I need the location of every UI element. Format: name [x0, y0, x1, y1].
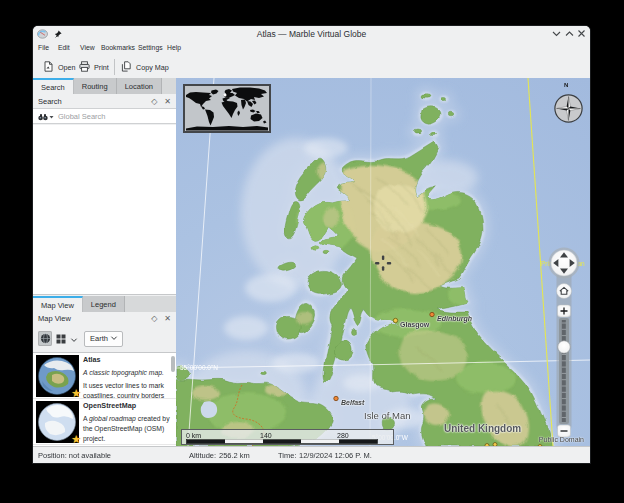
window-body: Search Routing Location Search ◇ ✕ [33, 78, 590, 446]
tab-legend[interactable]: Legend [83, 296, 125, 312]
scale-label-0: 0 km [186, 432, 201, 439]
theme-item-atlas[interactable]: ★ Atlas A classic topographic map. It us… [33, 353, 176, 399]
menu-view[interactable]: View [80, 44, 95, 51]
tab-map-view[interactable]: Map View [33, 296, 83, 312]
zoom-slider-handle[interactable] [558, 341, 571, 354]
view-dropdown-arrow-icon[interactable] [70, 330, 78, 348]
maximize-button[interactable] [565, 29, 574, 38]
screen: Atlas — Marble Virtual Globe File Edit V… [0, 0, 624, 503]
menu-bookmarks[interactable]: Bookmarks [101, 44, 135, 51]
mapview-dock-tabbar: Map View Legend [33, 296, 176, 312]
search-dock-tabbar: Search Routing Location [33, 78, 176, 94]
compass-north-label: N [564, 82, 568, 88]
edinburgh-marker [430, 312, 434, 316]
celestial-body-select[interactable]: Earth [84, 331, 123, 347]
print-button[interactable]: Print [79, 56, 109, 78]
glasgow-label: Glasgow [400, 321, 429, 328]
menu-file[interactable]: File [38, 44, 49, 51]
theme-description: A global roadmap created by the OpenStre… [83, 414, 171, 444]
attribution-label: Public Domain [539, 436, 584, 443]
search-results-list[interactable] [33, 125, 176, 295]
scale-bar: 0 km 140 280 [181, 429, 394, 445]
globe-view-button[interactable] [38, 331, 52, 346]
tabbar-filler [125, 296, 176, 312]
menu-settings[interactable]: Settings [138, 44, 163, 51]
tabbar-filler [162, 78, 176, 94]
minimize-button[interactable] [552, 29, 561, 38]
atlas-thumbnail: ★ [36, 355, 79, 397]
float-panel-icon[interactable]: ◇ [151, 97, 157, 106]
menu-help[interactable]: Help [167, 44, 181, 51]
theme-details-clipped: coastlines, country borders [83, 391, 171, 399]
mapview-panel-title: Map View [38, 314, 71, 323]
belfast-marker [334, 396, 338, 400]
theme-details: It uses vector lines to mark [83, 381, 171, 391]
left-dock: Search Routing Location Search ◇ ✕ [33, 78, 176, 446]
float-panel-icon[interactable]: ◇ [151, 314, 157, 323]
mapview-panel-header: Map View ◇ ✕ [33, 311, 176, 326]
belfast-label: Belfast [341, 399, 364, 406]
grid-icon [56, 330, 66, 348]
window-title: Atlas — Marble Virtual Globe [33, 29, 590, 39]
combo-arrow-icon [110, 334, 118, 344]
menu-edit[interactable]: Edit [58, 44, 70, 51]
search-options-arrow-icon[interactable] [48, 107, 55, 125]
toolbar-separator [114, 59, 115, 75]
open-icon [43, 61, 54, 74]
search-placeholder: Global Search [58, 112, 106, 121]
status-time-label: Time: [278, 451, 296, 460]
mapview-toolbar: Earth [33, 326, 176, 351]
print-icon [79, 61, 90, 74]
titlebar[interactable]: Atlas — Marble Virtual Globe [33, 26, 590, 41]
global-search-input[interactable]: Global Search [33, 108, 176, 124]
scale-label-280: 280 [337, 432, 349, 439]
mosaic-view-button[interactable] [54, 331, 68, 346]
marble-window: Atlas — Marble Virtual Globe File Edit V… [33, 26, 590, 463]
favorite-star-icon[interactable]: ★ [71, 387, 81, 399]
theme-summary: A classic topographic map. [83, 368, 171, 378]
status-position: Position: not available [38, 451, 111, 460]
isle-of-man-label: Isle of Man [364, 410, 410, 421]
theme-list-scrollbar[interactable] [171, 356, 175, 372]
binoculars-icon[interactable] [38, 107, 48, 125]
favorite-star-icon[interactable]: ★ [71, 433, 81, 445]
statusbar: Position: not available Altitude: 256.2 … [33, 446, 590, 463]
copy-map-button[interactable]: Copy Map [121, 56, 169, 78]
osm-thumbnail: ★ [36, 401, 79, 443]
status-time-value: 12/9/2024 12:06 P. M. [299, 451, 372, 460]
theme-item-openstreetmap[interactable]: ★ OpenStreetMap A global roadmap created… [33, 399, 176, 445]
close-panel-icon[interactable]: ✕ [164, 97, 171, 106]
scale-segments [182, 439, 395, 446]
status-altitude-label: Altitude: [189, 451, 216, 460]
united-kingdom-label: United Kingdom [444, 423, 521, 434]
map-theme-list: ★ Atlas A classic topographic map. It us… [33, 352, 176, 446]
compass-rose[interactable] [554, 94, 583, 123]
parallel-label: 55°00'00.0"N [180, 364, 218, 371]
status-altitude-value: 256.2 km [219, 451, 250, 460]
close-panel-icon[interactable]: ✕ [164, 314, 171, 323]
search-panel-title: Search [38, 97, 62, 106]
edinburgh-label: Edinburgh [437, 315, 472, 322]
tab-routing[interactable]: Routing [74, 78, 117, 94]
scale-label-140: 140 [260, 432, 272, 439]
tab-location[interactable]: Location [117, 78, 162, 94]
glasgow-marker [393, 318, 397, 322]
home-button[interactable] [557, 284, 572, 299]
main-toolbar: Open Print Copy Map [33, 56, 590, 78]
overview-world-map[interactable] [183, 84, 271, 133]
open-button[interactable]: Open [43, 56, 76, 78]
copy-icon [121, 61, 132, 74]
theme-name: OpenStreetMap [83, 401, 171, 411]
tab-search[interactable]: Search [33, 78, 74, 94]
map-canvas[interactable]: 55°00'00.0"N 5°00'00.0"W Prime Meridian … [176, 78, 590, 446]
menubar: File Edit View Bookmarks Settings Help [33, 41, 590, 56]
theme-name: Atlas [83, 355, 171, 365]
close-button[interactable] [577, 29, 586, 38]
navigation-controls[interactable] [547, 244, 581, 440]
globe-icon [40, 330, 51, 348]
